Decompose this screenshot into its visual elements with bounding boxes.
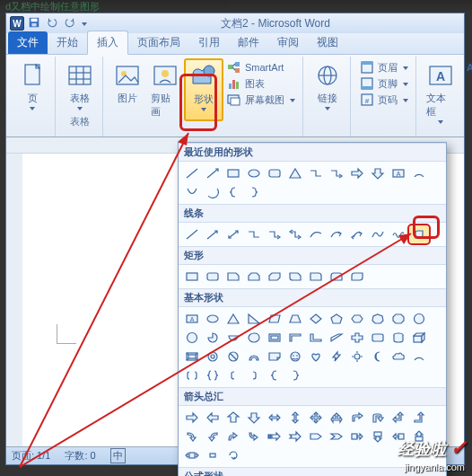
shape-chord[interactable]: [223, 329, 243, 347]
table-button[interactable]: 表格: [61, 58, 99, 113]
shape-sun[interactable]: [347, 348, 367, 366]
shape-cube[interactable]: [409, 329, 429, 347]
textbox-button[interactable]: A 文本框: [422, 58, 459, 127]
shape-frame[interactable]: [265, 329, 284, 347]
status-language-icon[interactable]: 中: [110, 448, 126, 463]
shape-bent-arrow[interactable]: [347, 409, 367, 427]
smartart-button[interactable]: SmartArt: [227, 60, 295, 75]
shape-curve[interactable]: [368, 225, 388, 243]
shape-folded-corner[interactable]: [265, 348, 284, 366]
tab-references[interactable]: 引用: [189, 31, 229, 54]
save-icon[interactable]: [28, 16, 40, 31]
chart-button[interactable]: 图表: [227, 76, 295, 91]
shape-dodecagon[interactable]: [182, 329, 202, 347]
shape-double-brace[interactable]: [203, 366, 223, 384]
tab-view[interactable]: 视图: [308, 31, 347, 54]
undo-icon[interactable]: [46, 16, 58, 31]
shape-right-callout[interactable]: [347, 428, 367, 445]
shape-lr-callout[interactable]: [182, 446, 202, 464]
shape-lightning[interactable]: [327, 348, 346, 366]
shape-curved-down[interactable]: [244, 428, 264, 445]
shape-snip-1[interactable]: [223, 268, 243, 286]
shape-smiley[interactable]: [285, 348, 305, 366]
shape-triangle[interactable]: [223, 310, 243, 328]
shape-pentagon[interactable]: [327, 310, 346, 328]
shape-line[interactable]: [182, 164, 202, 182]
shape-arc[interactable]: [409, 164, 429, 182]
shape-can[interactable]: [389, 329, 408, 347]
shape-left-up-arrow[interactable]: [389, 409, 408, 427]
shape-round-1[interactable]: [306, 268, 326, 286]
shape-arc[interactable]: [409, 348, 429, 366]
shape-right-bracket[interactable]: [244, 366, 264, 384]
tab-page-layout[interactable]: 页面布局: [128, 31, 189, 54]
shape-donut[interactable]: [203, 348, 223, 366]
shape-right-arrow[interactable]: [182, 409, 202, 427]
shape-double-arrow[interactable]: [223, 225, 243, 243]
shape-up-arrow[interactable]: [223, 409, 243, 427]
status-word-count[interactable]: 字数: 0: [65, 449, 95, 463]
shape-diamond[interactable]: [306, 310, 326, 328]
shape-rounded-rect[interactable]: [265, 164, 284, 182]
shape-l-shape[interactable]: [306, 329, 326, 347]
picture-button[interactable]: 图片: [109, 58, 146, 121]
shape-pie[interactable]: [203, 329, 223, 347]
shape-parallelogram[interactable]: [265, 310, 284, 328]
shape-oval[interactable]: [203, 310, 223, 328]
redo-icon[interactable]: [64, 16, 76, 31]
shape-quad-arrow[interactable]: [306, 409, 326, 427]
shape-diag-stripe[interactable]: [327, 329, 346, 347]
shape-arc2[interactable]: [203, 183, 223, 201]
shape-right-brace[interactable]: [244, 183, 264, 201]
page-number-button[interactable]: #页码: [360, 93, 408, 107]
status-page[interactable]: 页面: 1/1: [12, 449, 50, 463]
shape-chevron[interactable]: [327, 428, 346, 445]
shape-hexagon[interactable]: [347, 310, 367, 328]
shape-plaque[interactable]: [368, 329, 388, 347]
shape-curve2[interactable]: [182, 183, 202, 201]
shape-bevel[interactable]: [182, 348, 202, 366]
tab-file[interactable]: 文件: [8, 31, 48, 54]
shape-octagon[interactable]: [389, 310, 408, 328]
word-app-icon[interactable]: W: [10, 16, 24, 31]
shape-elbow-arrow[interactable]: [265, 225, 284, 243]
shape-snip-2-same[interactable]: [244, 268, 264, 286]
screenshot-button[interactable]: 屏幕截图: [227, 93, 295, 107]
shape-no-symbol[interactable]: [223, 348, 243, 366]
tab-mailings[interactable]: 邮件: [229, 31, 268, 54]
shape-snip-round[interactable]: [285, 268, 305, 286]
shape-curve-arrow[interactable]: [327, 225, 346, 243]
shape-circular-arrow[interactable]: [223, 446, 243, 464]
shape-up-down-arrow[interactable]: [285, 409, 305, 427]
shape-teardrop[interactable]: [244, 329, 264, 347]
header-button[interactable]: 页眉: [360, 60, 408, 75]
shape-curved-up[interactable]: [223, 428, 243, 445]
clipart-button[interactable]: 剪贴画: [146, 58, 185, 121]
qat-customize-icon[interactable]: [82, 22, 87, 26]
shape-curved-left[interactable]: [203, 428, 223, 445]
shape-oval[interactable]: [244, 164, 264, 182]
shape-left-bracket[interactable]: [223, 366, 243, 384]
shape-striped-right[interactable]: [265, 428, 284, 445]
tab-insert[interactable]: 插入: [87, 31, 128, 55]
shape-round-2-same[interactable]: [327, 268, 346, 286]
tab-review[interactable]: 审阅: [268, 31, 308, 54]
shape-rounded-rect[interactable]: [203, 268, 223, 286]
shape-notched-right[interactable]: [285, 428, 305, 445]
shape-moon[interactable]: [368, 348, 388, 366]
shape-line-arrow[interactable]: [203, 164, 223, 182]
shape-left-right-arrow[interactable]: [265, 409, 284, 427]
shape-half-frame[interactable]: [285, 329, 305, 347]
shape-snip-2-diag[interactable]: [265, 268, 284, 286]
links-button[interactable]: 链接: [309, 58, 346, 113]
shape-cloud[interactable]: [389, 348, 408, 366]
shape-elbow-double[interactable]: [285, 225, 305, 243]
shape-curve-connect[interactable]: [306, 225, 326, 243]
shape-textbox[interactable]: A: [182, 310, 202, 328]
shape-down-arrow[interactable]: [368, 164, 388, 182]
footer-button[interactable]: 页脚: [360, 76, 408, 91]
shape-quad-callout[interactable]: [203, 446, 223, 464]
shape-cross[interactable]: [347, 329, 367, 347]
shape-left-brace[interactable]: [265, 366, 284, 384]
shape-curved-right[interactable]: [182, 428, 202, 445]
